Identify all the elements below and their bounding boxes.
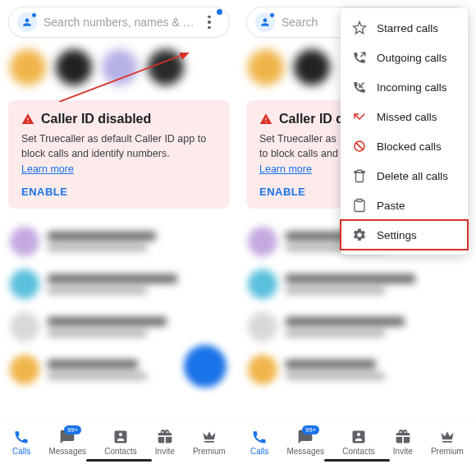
favorite-contact[interactable]: [56, 49, 92, 85]
caller-id-alert-card: Caller ID disabled Set Truecaller as def…: [8, 100, 230, 209]
menu-outgoing-calls[interactable]: Outgoing calls: [341, 43, 468, 72]
menu-paste[interactable]: Paste: [341, 191, 468, 220]
alert-title-text: Caller ID disabled: [41, 112, 151, 126]
contacts-icon: [112, 429, 129, 445]
nav-calls[interactable]: Calls: [250, 429, 268, 456]
call-list: [8, 220, 230, 391]
alert-title-text: Caller ID d: [279, 112, 344, 126]
menu-label: Starred calls: [377, 22, 438, 34]
phone-screen-right: Search Caller ID d Set Truecaller as to …: [238, 0, 476, 464]
menu-starred-calls[interactable]: Starred calls: [341, 13, 468, 43]
bottom-navigation: Calls 99+ Messages Contacts Invite Premi…: [238, 421, 476, 464]
nav-calls[interactable]: Calls: [12, 429, 30, 456]
profile-icon[interactable]: [255, 12, 275, 32]
menu-delete-all[interactable]: Delete all calls: [341, 161, 468, 191]
alert-body: Set Truecaller as default Caller ID app …: [21, 131, 217, 161]
bottom-navigation: Calls 99+ Messages Contacts Invite Premi…: [0, 421, 238, 464]
overflow-menu: Starred calls Outgoing calls Incoming ca…: [341, 8, 468, 255]
phone-icon: [13, 429, 30, 445]
favorite-contact[interactable]: [294, 49, 330, 85]
trash-icon: [352, 168, 367, 183]
search-placeholder: Search numbers, names & m...: [43, 16, 198, 29]
phone-screen-left: Search numbers, names & m... Caller ID d…: [0, 0, 238, 464]
enable-button[interactable]: ENABLE: [259, 186, 305, 198]
nav-messages[interactable]: 99+ Messages: [48, 429, 86, 456]
search-bar[interactable]: Search numbers, names & m...: [8, 7, 230, 38]
call-item[interactable]: [8, 263, 230, 306]
call-item[interactable]: [246, 348, 468, 391]
nav-label: Premium: [193, 447, 226, 456]
nav-label: Contacts: [104, 447, 136, 456]
nav-contacts[interactable]: Contacts: [342, 429, 374, 456]
menu-label: Missed calls: [377, 111, 437, 123]
incoming-call-icon: [352, 80, 367, 94]
menu-label: Paste: [377, 200, 405, 212]
favorites-row: [8, 38, 230, 95]
favorite-contact[interactable]: [148, 49, 184, 85]
warning-icon: [21, 113, 34, 126]
learn-more-link[interactable]: Learn more: [259, 163, 312, 175]
nav-label: Calls: [12, 447, 30, 456]
enable-button[interactable]: ENABLE: [21, 186, 67, 198]
call-item[interactable]: [8, 306, 230, 348]
learn-more-link[interactable]: Learn more: [21, 163, 74, 175]
warning-icon: [259, 113, 272, 126]
nav-label: Calls: [250, 447, 268, 456]
nav-premium[interactable]: Premium: [431, 429, 464, 456]
gift-icon: [395, 429, 411, 445]
clipboard-icon: [352, 198, 367, 213]
messages-badge: 99+: [302, 425, 319, 434]
menu-incoming-calls[interactable]: Incoming calls: [341, 72, 468, 102]
favorite-contact[interactable]: [248, 49, 284, 85]
more-badge-dot: [217, 9, 222, 15]
menu-label: Settings: [377, 229, 417, 241]
gift-icon: [157, 429, 173, 445]
nav-label: Premium: [431, 447, 464, 456]
nav-label: Messages: [286, 447, 324, 456]
profile-badge-dot: [31, 12, 37, 18]
alert-title: Caller ID disabled: [21, 112, 217, 126]
gear-icon: [352, 227, 367, 242]
outgoing-call-icon: [352, 50, 367, 65]
svg-line-2: [356, 143, 363, 149]
blocked-icon: [352, 139, 367, 154]
favorite-contact[interactable]: [10, 49, 46, 85]
menu-label: Incoming calls: [377, 81, 447, 94]
nav-invite[interactable]: Invite: [393, 429, 413, 456]
missed-call-icon: [352, 109, 367, 124]
call-item[interactable]: [246, 263, 468, 306]
star-icon: [352, 21, 367, 35]
menu-label: Blocked calls: [377, 140, 442, 153]
profile-icon[interactable]: [17, 12, 37, 32]
nav-indicator-line: [324, 459, 390, 462]
crown-icon: [439, 429, 455, 445]
dial-fab[interactable]: [184, 345, 227, 388]
nav-messages[interactable]: 99+ Messages: [286, 429, 324, 456]
phone-icon: [251, 429, 268, 445]
menu-label: Delete all calls: [377, 170, 448, 182]
nav-invite[interactable]: Invite: [155, 429, 175, 456]
contacts-icon: [350, 429, 367, 445]
nav-contacts[interactable]: Contacts: [104, 429, 136, 456]
menu-settings[interactable]: Settings: [341, 220, 468, 250]
menu-missed-calls[interactable]: Missed calls: [341, 102, 468, 131]
call-item[interactable]: [246, 306, 468, 348]
nav-label: Messages: [48, 447, 86, 456]
nav-premium[interactable]: Premium: [193, 429, 226, 456]
crown-icon: [201, 429, 217, 445]
nav-label: Invite: [155, 447, 175, 456]
more-menu-button[interactable]: [198, 11, 221, 34]
call-item[interactable]: [8, 220, 230, 263]
menu-blocked-calls[interactable]: Blocked calls: [341, 131, 468, 161]
nav-label: Contacts: [342, 447, 374, 456]
nav-label: Invite: [393, 447, 413, 456]
messages-badge: 99+: [64, 425, 81, 434]
favorite-contact[interactable]: [102, 49, 138, 85]
nav-indicator-line: [86, 459, 152, 462]
menu-label: Outgoing calls: [377, 52, 447, 64]
